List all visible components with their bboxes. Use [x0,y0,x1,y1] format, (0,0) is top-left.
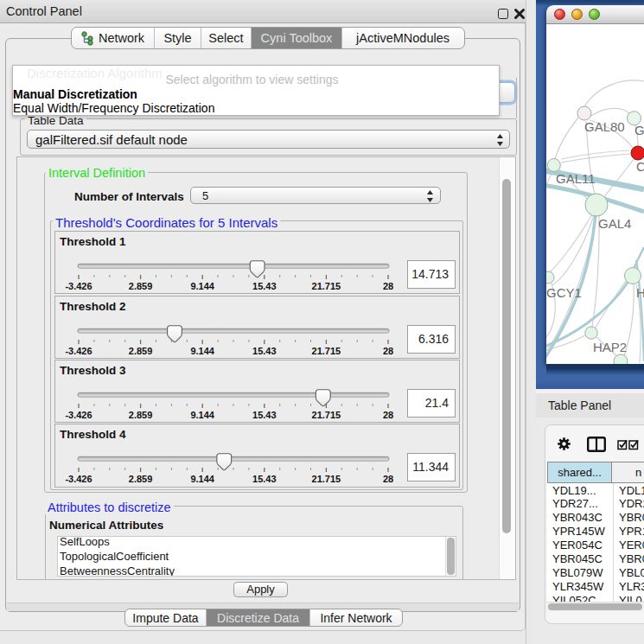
svg-text:28: 28 [383,345,393,355]
svg-text:-3.426: -3.426 [65,474,92,484]
svg-text:-3.426: -3.426 [65,409,92,419]
svg-text:15.43: 15.43 [252,474,277,484]
svg-text:GAL11: GAL11 [556,171,596,186]
svg-text:-3.426: -3.426 [65,280,92,290]
svg-text:C: C [636,159,644,174]
svg-text:15.43: 15.43 [252,345,277,355]
svg-text:9.144: 9.144 [190,345,214,355]
svg-text:9.144: 9.144 [190,474,214,484]
svg-text:2.859: 2.859 [129,474,153,484]
svg-text:-3.426: -3.426 [65,345,92,355]
svg-text:9.144: 9.144 [190,409,214,419]
svg-text:21.715: 21.715 [312,345,341,355]
svg-text:2.859: 2.859 [129,345,153,355]
svg-text:15.43: 15.43 [252,280,277,290]
svg-text:28: 28 [383,409,393,419]
svg-text:GCY1: GCY1 [546,285,582,300]
svg-text:21.715: 21.715 [312,409,341,419]
svg-text:28: 28 [383,280,393,290]
svg-text:2.859: 2.859 [129,280,153,290]
svg-text:15.43: 15.43 [252,409,277,419]
svg-text:HAP2: HAP2 [593,340,627,354]
svg-text:H: H [636,285,644,300]
svg-text:21.715: 21.715 [312,474,341,484]
svg-text:21.715: 21.715 [312,280,341,290]
svg-text:28: 28 [383,474,393,484]
svg-text:GA: GA [634,123,644,137]
svg-text:GAL80: GAL80 [584,119,625,134]
svg-text:2.859: 2.859 [129,409,153,419]
svg-text:9.144: 9.144 [190,280,214,290]
svg-text:GAL4: GAL4 [598,216,631,231]
